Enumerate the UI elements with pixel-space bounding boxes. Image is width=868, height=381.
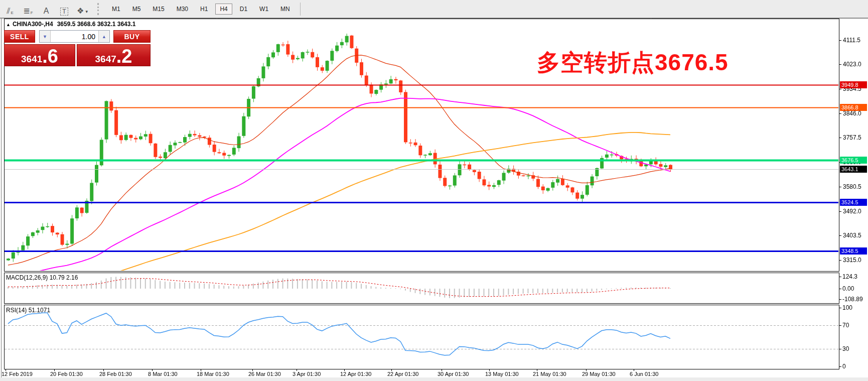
price-axis-label: 3403.5 — [843, 232, 861, 239]
volume-decrease-button[interactable]: ▼ — [40, 31, 51, 42]
ohlc-values: 3659.5 3668.6 3632.1 3643.1 — [57, 21, 136, 28]
quote-row: 3641.6 3647.2 — [4, 44, 151, 66]
ask-price-box[interactable]: 3647.2 — [77, 44, 151, 66]
rsi-axis-label: 70 — [842, 322, 849, 329]
chart-toolbar: ⫽E≣FAT❖▾M1M5M15M30H1H4D1W1MN — [0, 0, 868, 18]
price-line-tag: 3866.8 — [840, 104, 867, 111]
symbol-info-line[interactable]: ▲CHINA300-,H43659.5 3668.6 3632.1 3643.1 — [6, 21, 135, 28]
time-axis-label[interactable]: 26 Mar 01:30 — [248, 371, 281, 377]
price-line-tag: 3348.5 — [840, 247, 867, 255]
timeframe-button-h4[interactable]: H4 — [215, 4, 232, 15]
toolbar-drag-handle — [97, 3, 102, 15]
timeframe-button-d1[interactable]: D1 — [235, 4, 252, 15]
price-axis-label: 3757.5 — [843, 134, 861, 141]
price-axis-label: 3580.5 — [843, 183, 861, 190]
text-label-icon-glyph: A — [44, 7, 49, 16]
price-axis-label: 3492.0 — [843, 208, 861, 215]
timeframe-button-m15[interactable]: M15 — [148, 4, 169, 15]
volume-stepper: ▼ ▲ — [39, 30, 110, 43]
time-axis-label[interactable]: 22 Apr 01:30 — [387, 371, 418, 377]
price-line-tag: 3949.8 — [840, 81, 867, 88]
time-axis-label[interactable]: 13 May 01:30 — [485, 371, 519, 377]
arrows-tool-icon[interactable]: ❖▾ — [74, 3, 90, 16]
chart-text-annotation: 多空转折点3676.5 — [537, 47, 729, 78]
equidistant-channel-icon-glyph: ⫽ — [7, 7, 10, 16]
timeframe-button-w1[interactable]: W1 — [255, 4, 273, 15]
price-axis-label: 4111.5 — [843, 37, 860, 44]
rsi-axis-label: 0 — [842, 363, 846, 370]
time-axis-label[interactable]: 21 May 01:30 — [533, 371, 566, 377]
macd-indicator-label: MACD(12,26,9) 10.79 2.16 — [6, 274, 78, 281]
price-axis-label: 4023.0 — [843, 61, 861, 68]
price-line-tag: 3643.1 — [840, 166, 867, 173]
trade-controls-row: SELL ▼ ▲ BUY — [4, 30, 151, 43]
price-axis-label: 3846.0 — [843, 110, 861, 117]
text-label-icon[interactable]: A — [38, 3, 54, 16]
fibonacci-retracement-icon-glyph: ≣ — [23, 7, 30, 16]
price-axis-label: 3315.0 — [843, 257, 861, 264]
macd-axis-label: -108.89 — [842, 296, 863, 303]
symbol-title: CHINA300-,H4 — [13, 21, 53, 28]
collapse-arrow-icon[interactable]: ▲ — [6, 22, 11, 27]
sell-button[interactable]: SELL — [4, 30, 35, 43]
fibonacci-retracement-icon-sub: F — [31, 11, 33, 16]
equidistant-channel-icon[interactable]: ⫽E — [2, 3, 18, 16]
timeframe-button-m1[interactable]: M1 — [107, 4, 125, 15]
bid-price-main: 3641 — [21, 54, 42, 65]
time-axis-label[interactable]: 12 Feb 2019 — [2, 371, 33, 377]
bid-price-fraction: .6 — [42, 48, 58, 65]
time-axis-label[interactable]: 30 Apr 01:30 — [438, 371, 469, 377]
volume-increase-button[interactable]: ▲ — [98, 31, 109, 42]
time-axis-label[interactable]: 29 May 01:30 — [582, 371, 616, 377]
one-click-trade-panel: SELL ▼ ▲ BUY 3641.6 3647.2 — [4, 30, 151, 66]
macd-axis-label: 124.3 — [842, 273, 857, 280]
rsi-axis-label: 100 — [842, 304, 852, 311]
fibonacci-retracement-icon[interactable]: ≣F — [20, 3, 36, 16]
rsi-axis-label: 30 — [842, 345, 849, 352]
timeframe-button-m5[interactable]: M5 — [128, 4, 146, 15]
ask-price-main: 3647 — [95, 54, 116, 65]
arrows-tool-icon-glyph: ❖ — [77, 7, 84, 16]
time-axis-label[interactable]: 3 Apr 01:30 — [293, 371, 321, 377]
timeframe-button-h1[interactable]: H1 — [196, 4, 212, 15]
timeframe-button-mn[interactable]: MN — [276, 4, 295, 15]
equidistant-channel-icon-sub: E — [11, 11, 13, 16]
trading-terminal-window: ⫽E≣FAT❖▾M1M5M15M30H1H4D1W1MN ▲CHINA300-,… — [0, 0, 868, 381]
text-tool-icon[interactable]: T — [56, 3, 72, 16]
macd-axis-label: 0.00 — [842, 285, 854, 292]
price-line-tag: 3524.5 — [840, 199, 867, 206]
bid-price-box[interactable]: 3641.6 — [4, 44, 75, 66]
timeframe-button-m30[interactable]: M30 — [172, 4, 193, 15]
buy-button[interactable]: BUY — [113, 30, 151, 43]
volume-input[interactable] — [51, 31, 98, 42]
time-axis-label[interactable]: 20 Feb 01:30 — [50, 371, 83, 377]
toolbar-separator — [300, 3, 301, 16]
price-line-tag: 3676.5 — [840, 157, 867, 164]
time-axis-label[interactable]: 18 Mar 01:30 — [197, 371, 229, 377]
ask-price-fraction: .2 — [116, 48, 132, 65]
rsi-indicator-label: RSI(14) 51.1071 — [6, 307, 50, 314]
time-axis-label[interactable]: 12 Apr 01:30 — [340, 371, 371, 377]
time-axis-label[interactable]: 8 Mar 01:30 — [148, 371, 178, 377]
time-axis-label[interactable]: 28 Feb 01:30 — [99, 371, 132, 377]
dropdown-caret-icon[interactable]: ▾ — [85, 8, 88, 16]
time-axis-label[interactable]: 6 Jun 01:30 — [630, 371, 659, 377]
text-tool-icon-glyph: T — [60, 8, 68, 16]
